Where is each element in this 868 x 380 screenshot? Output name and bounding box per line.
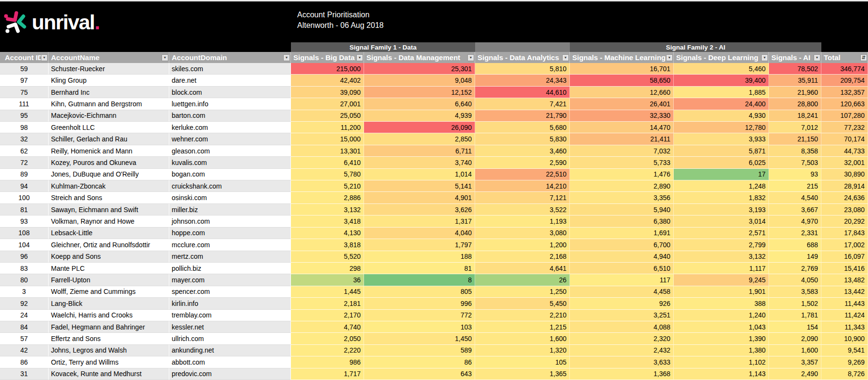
cell-signals-data-management[interactable]: 188: [364, 251, 475, 263]
cell-account-domain[interactable]: kerluke.com: [169, 122, 291, 133]
cell-account-domain[interactable]: kirlin.info: [169, 298, 291, 309]
cell-total[interactable]: 9,269: [821, 356, 868, 368]
cell-total[interactable]: 24,636: [821, 192, 868, 203]
cell-signals-big-data[interactable]: 4,130: [291, 228, 364, 239]
cell-account-domain[interactable]: miller.biz: [169, 204, 291, 215]
cell-signals-data-analytics[interactable]: 1,320: [475, 345, 570, 356]
cell-signals-ai[interactable]: 688: [769, 239, 821, 251]
cell-signals-data-analytics[interactable]: 2,168: [475, 251, 570, 263]
cell-signals-data-analytics[interactable]: 5,680: [475, 122, 570, 133]
cell-signals-big-data[interactable]: 5,520: [291, 251, 364, 263]
cell-signals-data-management[interactable]: 86: [364, 356, 475, 368]
cell-total[interactable]: 8,726: [821, 368, 868, 380]
cell-signals-big-data[interactable]: 15,000: [291, 133, 364, 145]
cell-account-name[interactable]: Kovacek, Runte and Medhurst: [49, 368, 169, 380]
cell-signals-deep-learning[interactable]: 388: [674, 298, 769, 309]
cell-signals-deep-learning[interactable]: 3,014: [674, 215, 769, 227]
cell-total[interactable]: 28,914: [821, 180, 868, 192]
cell-total[interactable]: 30,890: [821, 169, 868, 180]
cell-total[interactable]: 10,900: [821, 333, 868, 344]
cell-signals-big-data[interactable]: 42,402: [291, 75, 364, 86]
cell-account-domain[interactable]: osinski.com: [169, 192, 291, 203]
cell-signals-big-data[interactable]: 215,000: [291, 63, 364, 75]
cell-account-domain[interactable]: block.com: [169, 87, 291, 98]
cell-signals-ai[interactable]: 154: [769, 321, 821, 333]
cell-signals-machine-learning[interactable]: 58,650: [570, 75, 674, 86]
cell-total[interactable]: 346,774: [821, 63, 868, 75]
cell-account-name[interactable]: Macejkovic-Eichmann: [49, 110, 169, 122]
cell-account-id[interactable]: 42: [0, 345, 49, 356]
cell-signals-data-analytics[interactable]: 1,215: [475, 321, 570, 333]
cell-signals-data-management[interactable]: 996: [364, 298, 475, 309]
cell-signals-deep-learning[interactable]: 1,832: [674, 192, 769, 203]
cell-account-id[interactable]: 31: [0, 368, 49, 380]
cell-account-name[interactable]: Kling Group: [49, 75, 169, 86]
cell-signals-deep-learning[interactable]: 39,400: [674, 75, 769, 86]
cell-signals-ai[interactable]: 1,600: [769, 345, 821, 356]
cell-total[interactable]: 11,424: [821, 310, 868, 321]
cell-signals-big-data[interactable]: 3,132: [291, 204, 364, 215]
filter-dropdown-icon[interactable]: ▼: [562, 54, 569, 61]
cell-signals-deep-learning[interactable]: 3,933: [674, 133, 769, 145]
cell-signals-machine-learning[interactable]: 6,510: [570, 263, 674, 274]
cell-signals-data-analytics[interactable]: 3,522: [475, 204, 570, 215]
cell-account-domain[interactable]: kessler.net: [169, 321, 291, 333]
cell-signals-ai[interactable]: 2,769: [769, 263, 821, 274]
cell-signals-data-analytics[interactable]: 3,080: [475, 228, 570, 239]
cell-total[interactable]: 11,443: [821, 298, 868, 309]
cell-signals-data-management[interactable]: 103: [364, 321, 475, 333]
cell-signals-big-data[interactable]: 298: [291, 263, 364, 274]
filter-dropdown-icon[interactable]: ▼: [761, 54, 768, 61]
cell-total[interactable]: 77,232: [821, 122, 868, 133]
cell-signals-machine-learning[interactable]: 1,691: [570, 228, 674, 239]
cell-signals-big-data[interactable]: 36: [291, 274, 364, 286]
cell-account-domain[interactable]: mayer.com: [169, 274, 291, 286]
cell-signals-data-analytics[interactable]: 5,810: [475, 63, 570, 75]
cell-total[interactable]: 70,174: [821, 133, 868, 145]
cell-signals-deep-learning[interactable]: 4,930: [674, 110, 769, 122]
cell-signals-ai[interactable]: 2,090: [769, 333, 821, 344]
cell-signals-ai[interactable]: 7,012: [769, 122, 821, 133]
cell-signals-data-analytics[interactable]: 22,510: [475, 169, 570, 180]
cell-account-name[interactable]: Sawayn, Eichmann and Swift: [49, 204, 169, 215]
cell-signals-data-analytics[interactable]: 24,343: [475, 75, 570, 86]
cell-signals-data-management[interactable]: 1,797: [364, 239, 475, 251]
cell-signals-data-management[interactable]: 4,901: [364, 192, 475, 203]
cell-account-id[interactable]: 95: [0, 110, 49, 122]
cell-signals-machine-learning[interactable]: 926: [570, 298, 674, 309]
cell-total[interactable]: 132,357: [821, 87, 868, 98]
cell-signals-data-management[interactable]: 1,317: [364, 215, 475, 227]
cell-signals-ai[interactable]: 28,800: [769, 98, 821, 110]
cell-signals-machine-learning[interactable]: 4,458: [570, 286, 674, 298]
cell-signals-machine-learning[interactable]: 16,701: [570, 63, 674, 75]
cell-total[interactable]: 44,733: [821, 145, 868, 157]
filter-dropdown-icon[interactable]: ▼: [356, 54, 363, 61]
cell-account-domain[interactable]: tremblay.com: [169, 310, 291, 321]
cell-signals-ai[interactable]: 21,150: [769, 133, 821, 145]
cell-signals-big-data[interactable]: 5,210: [291, 180, 364, 192]
cell-signals-machine-learning[interactable]: 21,411: [570, 133, 674, 145]
cell-signals-big-data[interactable]: 2,220: [291, 345, 364, 356]
cell-account-id[interactable]: 86: [0, 356, 49, 368]
cell-signals-data-analytics[interactable]: 7,121: [475, 192, 570, 203]
cell-signals-data-analytics[interactable]: 1,193: [475, 215, 570, 227]
cell-account-name[interactable]: Effertz and Sons: [49, 333, 169, 344]
cell-signals-deep-learning[interactable]: 5,871: [674, 145, 769, 157]
cell-signals-big-data[interactable]: 986: [291, 356, 364, 368]
filter-dropdown-icon[interactable]: ▼: [814, 54, 820, 61]
cell-account-name[interactable]: Farrell-Upton: [49, 274, 169, 286]
cell-account-id[interactable]: 3: [0, 286, 49, 298]
cell-signals-data-management[interactable]: 4,939: [364, 110, 475, 122]
filter-dropdown-icon[interactable]: ▼: [283, 54, 290, 61]
cell-signals-data-management[interactable]: 9,048: [364, 75, 475, 86]
filter-dropdown-icon[interactable]: ▼: [41, 54, 48, 61]
cell-total[interactable]: 209,754: [821, 75, 868, 86]
cell-total[interactable]: 13,442: [821, 286, 868, 298]
cell-signals-deep-learning[interactable]: 1,380: [674, 345, 769, 356]
cell-signals-deep-learning[interactable]: 3,193: [674, 204, 769, 215]
cell-signals-data-management[interactable]: 1,450: [364, 333, 475, 344]
cell-total[interactable]: 23,080: [821, 204, 868, 215]
cell-signals-data-management[interactable]: 26,090: [364, 122, 475, 133]
cell-signals-data-analytics[interactable]: 3,460: [475, 145, 570, 157]
cell-signals-deep-learning[interactable]: 1,901: [674, 286, 769, 298]
